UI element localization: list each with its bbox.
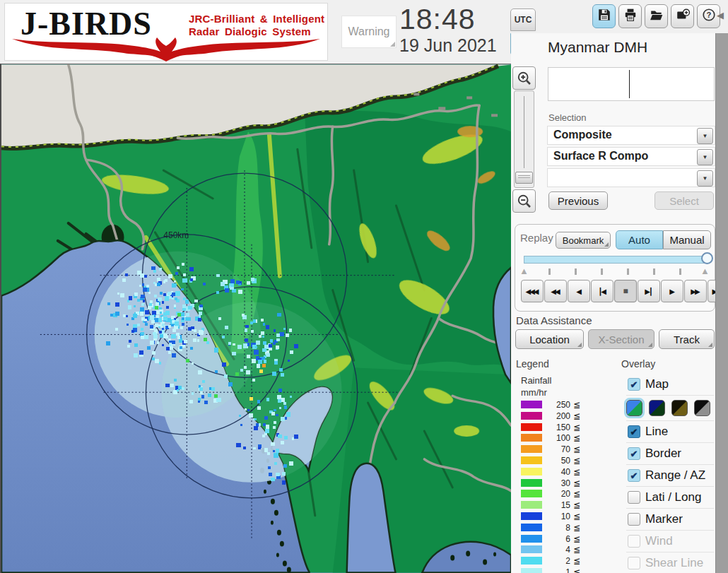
legend-value: 4 [542,545,570,555]
legend-value: 70 [542,444,570,454]
checkbox-icon[interactable] [628,491,640,504]
location-button[interactable]: Location [515,329,584,349]
print-button[interactable] [618,4,642,28]
checkbox-icon[interactable] [628,557,640,569]
slider-tick [575,268,577,275]
checkbox-checked-icon[interactable]: ✔ [628,447,640,460]
dropdown-extra[interactable]: ▼ [547,168,715,187]
forward-button[interactable]: ▶▶ [684,280,707,302]
legend-value: 1 [542,567,570,573]
rewind-button[interactable]: ◀◀ [544,280,567,302]
replay-panel: Replay Bookmark Auto Manual ▲ ▲ ◀◀◀◀◀◀┃◀… [515,224,715,312]
legend-swatch [521,568,542,573]
overlay-row-wind[interactable]: Wind [626,530,714,552]
legend-swatch [521,501,542,509]
overlay-options: ✔Map✔Line✔Border✔Range / AZLati / LongMa… [626,374,714,573]
overlay-label: Wind [645,534,673,548]
legend-swatch [521,468,542,475]
chevron-down-icon[interactable]: ▼ [697,170,713,187]
toolbar: ? [592,4,720,28]
select-button[interactable]: Select [654,191,714,210]
dropdown-composite[interactable]: Composite ▼ [547,126,715,145]
map-zoom-out-button[interactable] [512,189,536,213]
site-listbox[interactable] [548,67,715,101]
legend-title: Legend [516,358,549,370]
warning-button[interactable]: Warning [341,16,397,48]
legend-lte-icon: ≦ [573,433,580,443]
map-style-navy-darkgreen[interactable] [649,400,665,416]
step-backward-button[interactable]: ┃◀ [591,280,613,302]
add-image-button[interactable] [671,4,694,28]
map-zoom-in-button[interactable] [512,66,536,90]
legend-swatch [521,434,542,442]
track-button[interactable]: Track [659,329,715,349]
warning-label: Warning [348,25,390,38]
legend-value: 30 [542,478,570,488]
previous-button[interactable]: Previous [548,191,608,210]
overlay-row-marker[interactable]: Marker [626,508,714,530]
panel-collapse-icon[interactable]: ◀ [717,10,724,20]
legend-lte-icon: ≦ [573,567,580,573]
legend-lte-icon: ≦ [573,534,580,544]
slider-tick [679,268,681,275]
site-title: Myanmar DMH [548,39,647,56]
overlay-row-map[interactable]: ✔Map [626,374,714,395]
chevron-down-icon[interactable]: ▼ [697,128,713,144]
radar-map[interactable]: 450km [0,64,511,573]
slider-tick [601,268,603,275]
map-style-black-olive[interactable] [671,400,688,416]
map-zoom-slider[interactable] [514,90,534,188]
save-button[interactable] [592,4,616,28]
checkbox-icon[interactable] [628,513,640,526]
checkbox-checked-icon[interactable]: ✔ [628,425,640,438]
replay-slider-handle[interactable] [701,252,713,264]
dropdown-product[interactable]: Surface R Compo ▼ [547,147,715,166]
fast-rewind-button[interactable]: ◀◀◀ [521,280,544,302]
play-backward-button[interactable]: ◀ [568,280,590,302]
overlay-row-shear-line[interactable]: Shear Line [626,552,714,573]
checkbox-checked-icon[interactable]: ✔ [628,469,640,482]
auto-mode-button[interactable]: Auto [616,230,663,249]
legend-lte-icon: ≦ [573,456,580,466]
checkbox-checked-icon[interactable]: ✔ [628,378,640,391]
x-section-button[interactable]: X-Section [588,329,654,349]
map-style-black-gray[interactable] [694,400,710,416]
step-forward-button[interactable]: ▶┃ [638,280,660,302]
stop-button[interactable]: ■ [614,280,637,302]
eagle-logo-icon [11,36,322,61]
warning-grip-icon [390,42,395,47]
legend-lte-icon: ≦ [573,400,580,410]
checkbox-icon[interactable] [628,535,640,548]
timezone-utc-button[interactable]: UTC [510,8,536,31]
overlay-row-range-az[interactable]: ✔Range / AZ [626,464,714,486]
slider-start-marker-icon[interactable]: ▲ [519,266,529,276]
zoom-slider-handle[interactable] [515,172,533,184]
legend-lte-icon: ≦ [573,556,580,566]
overlay-row-border[interactable]: ✔Border [626,442,714,464]
jbirds-app: J-BIRDS JRC-Brilliant & Intelligent Rada… [0,0,728,573]
chevron-down-icon[interactable]: ▼ [697,149,713,165]
slider-tick [627,268,629,275]
legend-lte-icon: ≦ [573,411,580,421]
legend-swatch [521,545,542,553]
app-logo: J-BIRDS JRC-Brilliant & Intelligent Rada… [4,3,328,61]
bookmark-button[interactable]: Bookmark [556,232,611,249]
overlay-title: Overlay [621,358,655,370]
print-icon [623,8,638,25]
play-forward-button[interactable]: ▶ [661,280,683,302]
slider-tick [548,268,551,275]
map-style-blue-green[interactable] [626,400,642,416]
overlay-row-line[interactable]: ✔Line [626,420,714,442]
slider-end-marker-icon[interactable]: ▲ [700,266,710,276]
open-folder-button[interactable] [645,4,668,28]
manual-mode-button[interactable]: Manual [663,230,711,249]
slider-tick [653,268,655,275]
legend-swatch [521,456,542,464]
add-image-icon [676,8,690,25]
zoom-slider-track [524,96,524,168]
replay-slider-track[interactable] [524,256,709,264]
legend-swatch [521,512,542,520]
playback-controls: ◀◀◀◀◀◀┃◀■▶┃▶▶▶▶▶▶ [521,280,728,302]
control-panel: Myanmar DMH Selection Composite ▼ Surfac… [511,33,715,573]
overlay-row-lati-long[interactable]: Lati / Long [626,486,714,508]
